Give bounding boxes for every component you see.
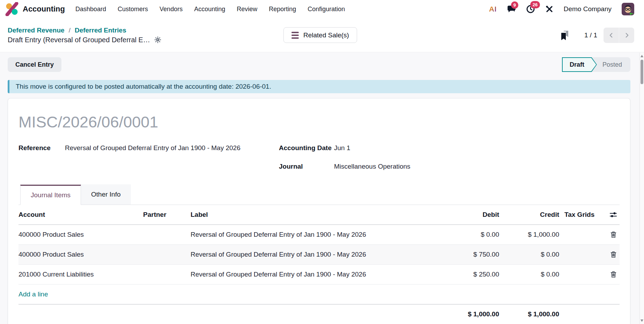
cell-credit[interactable]: $ 0.00 [499, 251, 559, 258]
reference-label: Reference [18, 143, 65, 153]
bookmark-icon[interactable] [560, 30, 570, 40]
add-line-row: Add a line [18, 285, 620, 304]
scrollbar-thumb[interactable] [641, 60, 643, 84]
chevron-right-icon [623, 31, 631, 39]
vertical-scrollbar[interactable] [639, 53, 644, 324]
app-switcher[interactable]: Accounting [5, 2, 65, 16]
menu-vendors[interactable]: Vendors [158, 3, 184, 15]
trash-icon [610, 271, 616, 278]
totals-row: $ 1,000.00 $ 1,000.00 [18, 304, 620, 318]
ai-icon[interactable]: AI [489, 5, 497, 13]
trash-icon [610, 251, 616, 258]
tab-journal-items[interactable]: Journal Items [20, 185, 81, 205]
breadcrumb-separator: / [69, 27, 71, 34]
col-partner: Partner [143, 211, 191, 219]
menu-review[interactable]: Review [235, 3, 259, 15]
cell-debit[interactable]: $ 0.00 [446, 231, 499, 238]
chevron-left-icon [607, 31, 615, 39]
activities-icon[interactable]: 26 [526, 5, 535, 14]
col-credit: Credit [499, 211, 559, 219]
scroll-down-arrow-icon[interactable] [641, 319, 643, 322]
table-row[interactable]: 400000 Product Sales Reversal of Grouped… [18, 225, 620, 245]
pager-value: 1 / 1 [584, 31, 597, 39]
cancel-entry-button[interactable]: Cancel Entry [8, 57, 61, 72]
accounting-date-label: Accounting Date [279, 143, 334, 153]
pager-buttons [604, 28, 634, 43]
scroll-up-arrow-icon[interactable] [641, 55, 643, 57]
delete-row-button[interactable] [609, 250, 618, 259]
cell-debit[interactable]: $ 750.00 [446, 251, 499, 258]
total-debit: $ 1,000.00 [446, 310, 499, 318]
entry-name-title: MISC/2026/06/0001 [18, 113, 620, 131]
breadcrumb-deferred-revenue[interactable]: Deferred Revenue [8, 27, 65, 34]
related-sales-button[interactable]: Related Sale(s) [283, 27, 357, 43]
banner-message: This move is configured to be posted aut… [16, 83, 271, 90]
cell-credit[interactable]: $ 0.00 [499, 271, 559, 278]
menu-configuration[interactable]: Configuration [306, 3, 346, 15]
delete-row-button[interactable] [609, 270, 618, 279]
messages-count-badge: 9 [511, 1, 518, 9]
activities-count-badge: 26 [530, 1, 540, 8]
pager-previous-button[interactable] [604, 28, 619, 43]
cell-account[interactable]: 201000 Current Liabilities [18, 271, 143, 278]
optional-columns-sliders-icon[interactable] [607, 211, 620, 218]
menu-reporting[interactable]: Reporting [267, 3, 297, 15]
col-debit: Debit [446, 211, 499, 219]
total-credit: $ 1,000.00 [499, 310, 559, 318]
tools-icon[interactable] [545, 5, 554, 13]
form-status-bar: Cancel Entry Draft Posted [8, 57, 630, 72]
form-sheet: MISC/2026/06/0001 Reference Reversal of … [8, 98, 630, 324]
app-name: Accounting [23, 5, 65, 14]
breadcrumb-deferred-entries[interactable]: Deferred Entries [75, 27, 126, 34]
auto-post-info-banner: This move is configured to be posted aut… [8, 80, 630, 93]
state-widget: Draft Posted [562, 57, 630, 72]
odoo-accounting-window: Accounting Dashboard Customers Vendors A… [0, 0, 644, 324]
journal-items-table: Account Partner Label Debit Credit Tax G… [18, 205, 620, 318]
pager: 1 / 1 [560, 28, 634, 43]
reference-field[interactable]: Reversal of Grouped Deferral Entry of Ja… [65, 143, 279, 153]
col-account: Account [18, 211, 143, 219]
notebook-tabs: Journal Items Other Info [18, 184, 620, 205]
control-panel: Deferred Revenue / Deferred Entries Draf… [0, 18, 644, 52]
cell-label[interactable]: Reversal of Grouped Deferral Entry of Ja… [191, 251, 446, 258]
user-avatar[interactable] [622, 3, 634, 15]
menu-accounting[interactable]: Accounting [193, 3, 227, 15]
menu-customers[interactable]: Customers [116, 3, 149, 15]
systray: AI 9 26 [489, 3, 634, 15]
crossed-tools-icon [545, 5, 554, 13]
table-row[interactable]: 400000 Product Sales Reversal of Grouped… [18, 245, 620, 265]
accounting-date-field[interactable]: Jun 1 [334, 143, 620, 153]
form-view: Cancel Entry Draft Posted This move is c… [0, 53, 644, 324]
table-header-row: Account Partner Label Debit Credit Tax G… [18, 205, 620, 225]
main-menu: Dashboard Customers Vendors Accounting R… [74, 3, 346, 15]
col-label: Label [191, 211, 446, 219]
cell-account[interactable]: 400000 Product Sales [18, 231, 143, 238]
cell-label[interactable]: Reversal of Grouped Deferral Entry of Ja… [191, 231, 446, 238]
cell-credit[interactable]: $ 1,000.00 [499, 231, 559, 238]
trash-icon [610, 231, 616, 238]
field-group: Reference Reversal of Grouped Deferral E… [18, 143, 620, 171]
messages-icon[interactable]: 9 [507, 5, 516, 13]
hamburger-bars-icon [291, 32, 299, 39]
state-posted[interactable]: Posted [597, 57, 630, 72]
delete-row-button[interactable] [609, 230, 618, 240]
journal-field[interactable]: Miscellaneous Operations [334, 162, 620, 171]
gear-icon[interactable] [154, 36, 161, 43]
accounting-app-logo-icon [5, 2, 19, 16]
company-name[interactable]: Demo Company [564, 5, 612, 13]
tab-other-info[interactable]: Other Info [81, 184, 131, 205]
cell-debit[interactable]: $ 250.00 [446, 271, 499, 278]
breadcrumb: Deferred Revenue / Deferred Entries Draf… [8, 27, 161, 44]
top-navbar: Accounting Dashboard Customers Vendors A… [0, 0, 644, 18]
col-tax-grids: Tax Grids [559, 211, 607, 219]
pager-next-button[interactable] [619, 28, 634, 43]
add-a-line-link[interactable]: Add a line [18, 290, 48, 298]
table-row[interactable]: 201000 Current Liabilities Reversal of G… [18, 265, 620, 285]
menu-dashboard[interactable]: Dashboard [74, 3, 108, 15]
cell-account[interactable]: 400000 Product Sales [18, 251, 143, 258]
state-draft[interactable]: Draft [562, 57, 597, 72]
cell-label[interactable]: Reversal of Grouped Deferral Entry of Ja… [191, 271, 446, 278]
journal-label: Journal [279, 162, 334, 171]
current-record-title: Draft Entry (Reversal of Grouped Deferra… [8, 36, 150, 44]
